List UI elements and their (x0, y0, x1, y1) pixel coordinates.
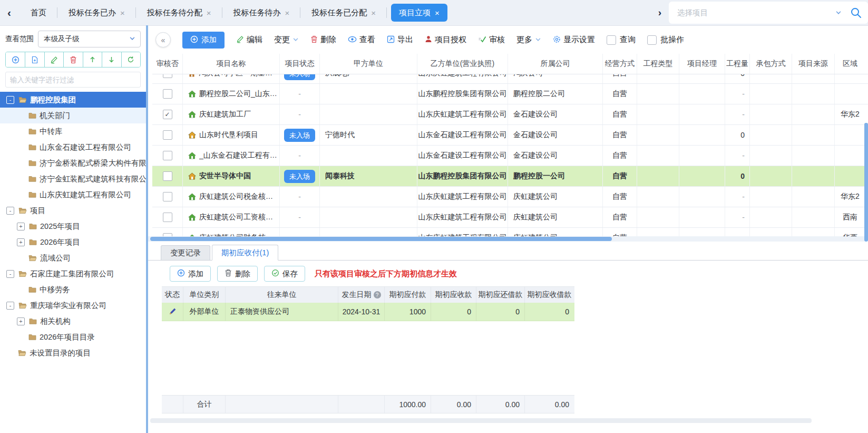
opening-column-header-6[interactable]: 期初应还借款 (476, 287, 524, 303)
tree-node-0[interactable]: -鹏程控股集团 (0, 92, 146, 108)
tab-close-icon[interactable]: × (207, 8, 211, 17)
search-icon[interactable] (850, 7, 862, 18)
tab-item-5[interactable]: 项目立项× (391, 4, 447, 22)
project-row[interactable]: ✓庆虹建筑加工厂-山东庆虹建筑工程有限公司金石建设公司自营-华东2 (152, 104, 868, 125)
export-button[interactable]: 导出 (387, 35, 413, 45)
opening-table-row[interactable]: 外部单位正泰物资供应公司2024-10-311000000 (162, 303, 574, 321)
project-row[interactable]: 庆虹建筑公司工资核…-山东庆虹建筑工程有限公司庆虹建筑公司自营-西南 (152, 207, 868, 228)
file-add-tree-button[interactable] (25, 52, 44, 67)
row-checkbox[interactable] (163, 74, 172, 78)
tree-node-13[interactable]: -重庆瑞华实业有限公司 (0, 297, 146, 313)
collapse-toggle-icon[interactable]: - (6, 207, 14, 215)
project-row[interactable]: 庆虹建筑公司税金核…-山东庆虹建筑工程有限公司庆虹建筑公司自营-华东2 (152, 187, 868, 207)
row-checkbox[interactable] (163, 213, 172, 222)
detail-tab-1[interactable]: 期初应收付(1) (212, 245, 278, 261)
project-row[interactable]: _山东金石建设工程有…-山东金石建设工程有限公司金石建设公司自营- (152, 146, 868, 166)
tree-node-16[interactable]: 未设置目录的项目 (0, 345, 146, 361)
add-project-button[interactable]: 添加 (182, 32, 225, 49)
scope-select[interactable]: 本级及子级 (38, 31, 141, 47)
column-header-4[interactable]: 乙方单位(营业执照) (417, 54, 508, 74)
add-tree-button[interactable] (6, 52, 25, 67)
column-header-0[interactable]: 审核否 (152, 54, 182, 74)
display-settings-button[interactable]: 显示设置 (553, 35, 595, 45)
refresh-tree-button[interactable] (121, 52, 140, 67)
tree-node-9[interactable]: +2026年项目 (0, 234, 146, 250)
tree-node-2[interactable]: 中转库 (0, 123, 146, 139)
project-row[interactable]: 山东时代垦利项目未入场宁德时代山东金石建设工程有限公司金石建设公司自营0 (152, 125, 868, 146)
checkbox-icon[interactable] (647, 35, 657, 45)
opening-column-header-4[interactable]: 期初应付款 (384, 287, 431, 303)
collapse-sidebar-button[interactable]: « (155, 32, 171, 47)
project-select[interactable]: 选择项目 (669, 2, 868, 24)
column-header-12[interactable]: 区域 (834, 54, 865, 74)
detail-horizontal-scrollbar[interactable] (150, 418, 812, 423)
row-checkbox[interactable] (163, 89, 172, 99)
tab-close-icon[interactable]: × (435, 8, 440, 17)
opening-column-header-2[interactable]: 往来单位 (225, 287, 338, 303)
tree-node-15[interactable]: 2026年项目目录 (0, 329, 146, 345)
tree-filter-input[interactable] (5, 72, 141, 88)
project-row[interactable]: 安世半导体中国未入场闻泰科技山东鹏程控股集团有限公司鹏程控股一公司自营0 (152, 166, 868, 187)
tree-node-1[interactable]: 机关部门 (0, 108, 146, 123)
project-authorize-button[interactable]: 项目授权 (425, 35, 466, 45)
opening-column-header-7[interactable]: 期初应收借款 (524, 287, 574, 303)
detail-save-button[interactable]: 保存 (264, 266, 305, 282)
tree-node-4[interactable]: 济宁金桥装配式桥梁大构件有限公司 (0, 155, 146, 171)
tree-node-7[interactable]: -项目 (0, 203, 146, 218)
audit-button[interactable]: 审核 (478, 35, 505, 45)
vertical-scrollbar-thumb[interactable] (864, 123, 868, 242)
tab-item-1[interactable]: 投标任务已办× (57, 0, 136, 25)
tree-node-8[interactable]: +2025年项目 (0, 218, 146, 234)
opening-column-header-0[interactable]: 状态 (162, 287, 183, 303)
tab-item-0[interactable]: 首页 (19, 0, 57, 25)
project-row[interactable]: 鹏程控股二公司_山东…-山东鹏程控股集团有限公司鹏程控股二公司自营- (152, 84, 868, 104)
edit-pen-icon[interactable] (168, 307, 177, 316)
chevron-down-icon[interactable] (835, 9, 842, 16)
delete-button[interactable]: 删除 (310, 35, 336, 45)
more-menu-button[interactable]: 更多 (516, 35, 541, 45)
column-header-11[interactable]: 项目来源 (792, 54, 834, 74)
view-button[interactable]: 查看 (348, 35, 375, 45)
tree-node-6[interactable]: 山东庆虹建筑工程有限公司 (0, 187, 146, 203)
query-checkbox[interactable]: 查询 (607, 35, 636, 45)
batch-checkbox[interactable]: 批操作 (647, 35, 684, 45)
tab-close-icon[interactable]: × (285, 8, 290, 17)
column-header-9[interactable]: 工程量 (725, 54, 749, 74)
project-row[interactable]: 鸿庆公司小区一期基…未入场从成地产山东庆虹建筑工程有限公司鸿庆公司自营0 (152, 74, 868, 84)
tab-close-icon[interactable]: × (371, 8, 376, 17)
column-header-3[interactable]: 甲方单位 (319, 54, 417, 74)
move-down-tree-button[interactable] (102, 52, 121, 67)
tree-node-11[interactable]: -石家庄建工集团有限公司 (0, 266, 146, 282)
collapse-toggle-icon[interactable]: - (6, 302, 14, 310)
tree-node-14[interactable]: +相关机构 (0, 313, 146, 329)
column-header-6[interactable]: 经营方式 (602, 54, 637, 74)
opening-column-header-5[interactable]: 期初应收款 (431, 287, 476, 303)
expand-toggle-icon[interactable]: + (17, 238, 25, 246)
collapse-toggle-icon[interactable]: - (6, 96, 14, 104)
column-header-1[interactable]: 项目名称 (182, 54, 279, 74)
row-checkbox[interactable] (163, 151, 172, 160)
collapse-toggle-icon[interactable]: - (6, 270, 14, 278)
opening-column-header-1[interactable]: 单位类别 (183, 287, 225, 303)
column-header-2[interactable]: 项目状态 (279, 54, 319, 74)
expand-toggle-icon[interactable]: + (17, 317, 25, 325)
edit-button[interactable]: 编辑 (236, 35, 262, 45)
opening-column-header-3[interactable]: 发生日期? (338, 287, 384, 303)
expand-toggle-icon[interactable]: + (17, 223, 25, 230)
row-checkbox[interactable] (163, 192, 172, 201)
row-checkbox[interactable]: ✓ (163, 110, 172, 119)
column-header-10[interactable]: 承包方式 (749, 54, 792, 74)
horizontal-scrollbar[interactable] (148, 236, 864, 242)
help-icon[interactable]: ? (374, 291, 381, 299)
expand-tabs-icon[interactable]: › (658, 7, 661, 18)
edit-tree-button[interactable] (44, 52, 63, 67)
tab-item-2[interactable]: 投标任务待分配× (136, 0, 222, 25)
tree-node-3[interactable]: 山东金石建设工程有限公司 (0, 139, 146, 155)
column-header-5[interactable]: 所属公司 (508, 54, 602, 74)
move-up-tree-button[interactable] (83, 52, 102, 67)
column-header-8[interactable]: 项目经理 (679, 54, 725, 74)
tree-node-5[interactable]: 济宁金虹装配式建筑科技有限公司 (0, 171, 146, 187)
horizontal-scrollbar-thumb[interactable] (150, 237, 612, 241)
detail-tab-0[interactable]: 变更记录 (161, 245, 210, 260)
tree-node-12[interactable]: 中移劳务 (0, 282, 146, 297)
